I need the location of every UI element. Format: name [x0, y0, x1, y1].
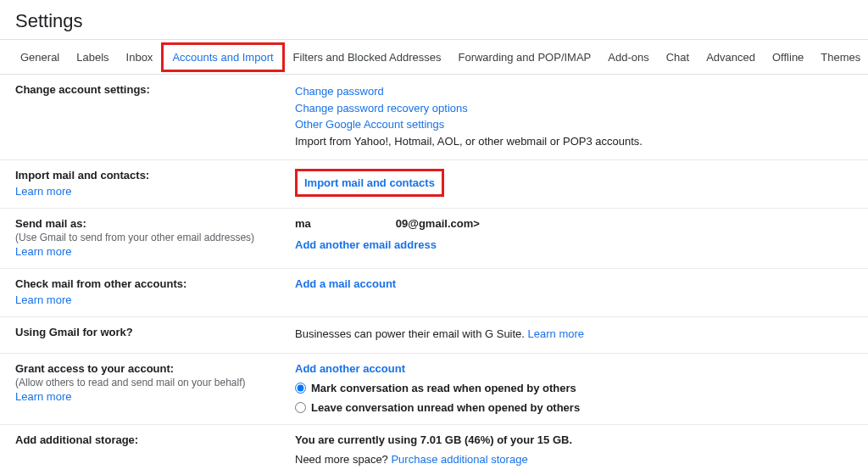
link-import-mail-contacts[interactable]: Import mail and contacts — [304, 176, 435, 189]
link-change-password[interactable]: Change password — [295, 83, 853, 100]
email-suffix: 09@gmail.com> — [396, 217, 480, 230]
section-import-mail: Import mail and contacts: Learn more Imp… — [0, 160, 868, 209]
section-grant-access: Grant access to your account: (Allow oth… — [0, 354, 868, 425]
grant-access-sub: (Allow others to read and send mail on y… — [15, 377, 270, 388]
change-account-heading: Change account settings: — [15, 83, 270, 98]
link-add-another-account[interactable]: Add another account — [295, 362, 405, 375]
tab-inbox[interactable]: Inbox — [118, 42, 162, 72]
link-recovery-options[interactable]: Change password recovery options — [295, 100, 853, 117]
storage-heading: Add additional storage: — [15, 433, 270, 448]
check-mail-heading: Check mail from other accounts: — [15, 277, 270, 292]
link-add-mail-account[interactable]: Add a mail account — [295, 277, 396, 290]
radio-leave-unread-label: Leave conversation unread when opened by… — [311, 401, 580, 414]
link-purchase-storage[interactable]: Purchase additional storage — [391, 453, 527, 466]
import-mail-learn-more[interactable]: Learn more — [15, 185, 270, 198]
section-change-account: Change account settings: Change password… — [0, 75, 868, 160]
gmail-work-learn-more[interactable]: Learn more — [528, 327, 584, 340]
section-gmail-work: Using Gmail for work? Businesses can pow… — [0, 317, 868, 354]
section-check-mail: Check mail from other accounts: Learn mo… — [0, 269, 868, 317]
tab-chat[interactable]: Chat — [658, 42, 698, 72]
email-gap — [311, 217, 396, 230]
storage-more-space: Need more space? — [295, 453, 391, 466]
tab-offline[interactable]: Offline — [764, 42, 812, 72]
tab-themes[interactable]: Themes — [812, 42, 868, 72]
gmail-work-text: Businesses can power their email with G … — [295, 327, 528, 340]
radio-leave-unread[interactable] — [295, 402, 306, 413]
tab-accounts-import[interactable]: Accounts and Import — [161, 42, 284, 72]
grant-access-heading: Grant access to your account: — [15, 362, 270, 377]
tab-general[interactable]: General — [12, 42, 68, 72]
radio-mark-read-label: Mark conversation as read when opened by… — [311, 382, 576, 394]
send-mail-sub: (Use Gmail to send from your other email… — [15, 232, 270, 243]
tab-forwarding[interactable]: Forwarding and POP/IMAP — [449, 42, 599, 72]
send-mail-learn-more[interactable]: Learn more — [15, 245, 270, 258]
tab-advanced[interactable]: Advanced — [698, 42, 764, 72]
radio-mark-read[interactable] — [295, 383, 306, 394]
link-add-email[interactable]: Add another email address — [295, 238, 437, 251]
tab-filters[interactable]: Filters and Blocked Addresses — [285, 42, 450, 72]
check-mail-learn-more[interactable]: Learn more — [15, 293, 270, 306]
section-storage: Add additional storage: You are currentl… — [0, 425, 868, 476]
send-mail-heading: Send mail as: — [15, 217, 270, 232]
section-send-mail-as: Send mail as: (Use Gmail to send from yo… — [0, 209, 868, 269]
link-other-settings[interactable]: Other Google Account settings — [295, 116, 853, 133]
gmail-work-heading: Using Gmail for work? — [15, 326, 270, 340]
import-mail-highlight: Import mail and contacts — [295, 169, 444, 197]
grant-access-learn-more[interactable]: Learn more — [15, 390, 270, 403]
page-title: Settings — [0, 0, 868, 39]
settings-tabs: General Labels Inbox Accounts and Import… — [0, 39, 868, 75]
import-note: Import from Yahoo!, Hotmail, AOL, or oth… — [295, 133, 853, 150]
import-mail-heading: Import mail and contacts: — [15, 169, 270, 183]
tab-labels[interactable]: Labels — [68, 42, 117, 72]
storage-usage: You are currently using 7.01 GB (46%) of… — [295, 433, 853, 446]
email-prefix: ma — [295, 217, 311, 230]
send-mail-email: ma 09@gmail.com> — [295, 217, 853, 230]
tab-addons[interactable]: Add-ons — [599, 42, 657, 72]
